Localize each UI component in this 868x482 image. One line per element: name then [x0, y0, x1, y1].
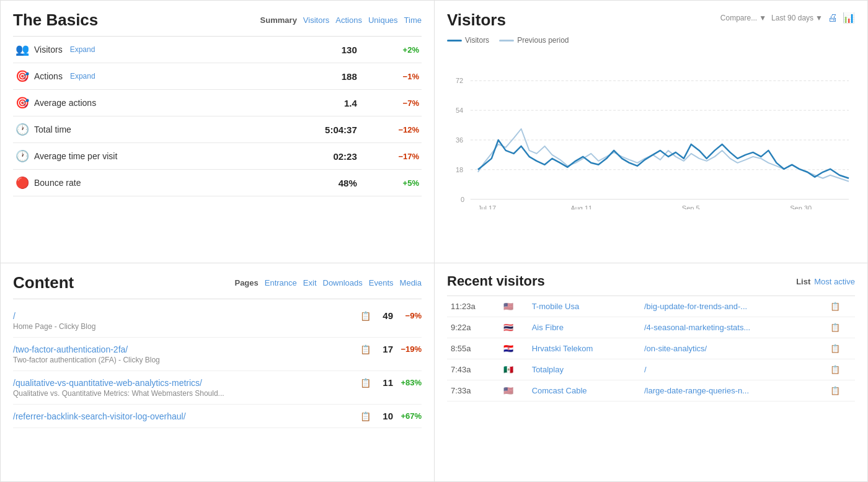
- tab-time[interactable]: Time: [404, 15, 422, 25]
- metric-label-cell: 🎯 Actions Expand: [13, 63, 270, 89]
- tab-exit[interactable]: Exit: [303, 278, 317, 287]
- content-header: Content Pages Entrance Exit Downloads Ev…: [13, 273, 422, 292]
- visitor-name-link[interactable]: Totalplay: [532, 365, 564, 374]
- content-right: 📋 17 −19%: [360, 344, 422, 354]
- visitor-time: 8:55a: [447, 338, 500, 359]
- external-link-icon[interactable]: 📋: [830, 302, 840, 311]
- svg-text:Sep 5: Sep 5: [682, 204, 700, 209]
- external-link-icon[interactable]: 📋: [830, 323, 840, 332]
- metric-value-cell: 48%: [270, 170, 360, 196]
- content-tabs: Pages Entrance Exit Downloads Events Med…: [234, 278, 422, 287]
- visitor-page-link[interactable]: /large-date-range-queries-n...: [644, 386, 749, 395]
- visitor-ext-cell: 📋: [826, 359, 855, 380]
- metric-label-cell: 🔴 Bounce rate: [13, 170, 270, 196]
- visitor-page-link[interactable]: /: [644, 365, 647, 374]
- legend-line-secondary: [499, 40, 514, 42]
- visitor-name-link[interactable]: Hrvatski Telekom: [532, 344, 593, 353]
- visitor-page-link[interactable]: /big-update-for-trends-and-...: [644, 302, 747, 311]
- external-link-icon[interactable]: 📋: [830, 365, 840, 374]
- compare-dropdown[interactable]: Compare... ▼: [720, 14, 766, 22]
- expand-link[interactable]: Expand: [70, 72, 95, 81]
- visitor-name-cell: Ais Fibre: [528, 317, 640, 338]
- tab-entrance[interactable]: Entrance: [265, 278, 297, 287]
- expand-link[interactable]: Expand: [70, 45, 95, 54]
- content-change: +67%: [397, 411, 422, 421]
- svg-text:Aug 11: Aug 11: [570, 204, 592, 209]
- metric-row: 🎯 Average actions 1.4 −7%: [13, 90, 422, 116]
- visitor-flag: 🇹🇭: [500, 317, 528, 338]
- svg-text:54: 54: [456, 107, 463, 114]
- content-panel: Content Pages Entrance Exit Downloads Ev…: [0, 263, 434, 482]
- basics-title: The Basics: [13, 11, 98, 30]
- visitor-page-cell: /4-seasonal-marketing-stats...: [640, 317, 826, 338]
- metric-change-cell: −17%: [360, 143, 422, 170]
- tab-media[interactable]: Media: [400, 278, 422, 287]
- metric-value-cell: 02:23: [270, 143, 360, 170]
- tab-actions[interactable]: Actions: [335, 15, 362, 25]
- metric-row: 🔴 Bounce rate 48% +5%: [13, 170, 422, 196]
- content-title: Content: [13, 273, 74, 292]
- visitor-name-link[interactable]: Ais Fibre: [532, 323, 564, 332]
- svg-text:72: 72: [456, 77, 463, 84]
- svg-text:36: 36: [456, 136, 463, 144]
- visitor-page-link[interactable]: /4-seasonal-marketing-stats...: [644, 323, 750, 332]
- metric-label-cell: 🕐 Total time: [13, 116, 270, 142]
- tab-summary[interactable]: Summary: [260, 15, 297, 25]
- content-list: / 📋 49 −9% Home Page - Clicky Blog /two-…: [13, 304, 422, 428]
- metric-label-cell: 🎯 Average actions: [13, 90, 270, 116]
- tab-most-active[interactable]: Most active: [814, 277, 855, 286]
- page-icon: 📋: [360, 378, 371, 388]
- content-item-row: /two-factor-authentication-2fa/ 📋 17 −19…: [13, 344, 422, 354]
- visitor-name-link[interactable]: T-mobile Usa: [532, 302, 580, 311]
- visitors-panel: Visitors Compare... ▼ Last 90 days ▼ 🖨 📊…: [434, 0, 868, 263]
- chart-type-icon[interactable]: 📊: [843, 12, 855, 24]
- visitor-ext-cell: 📋: [826, 296, 855, 317]
- range-dropdown[interactable]: Last 90 days ▼: [771, 14, 823, 22]
- content-url[interactable]: /two-factor-authentication-2fa/: [13, 344, 128, 354]
- chart-controls: Compare... ▼ Last 90 days ▼ 🖨 📊: [720, 12, 855, 24]
- metric-label-cell: 👥 Visitors Expand: [13, 37, 270, 63]
- visitor-page-cell: /: [640, 359, 826, 380]
- tab-pages[interactable]: Pages: [234, 278, 258, 287]
- external-link-icon[interactable]: 📋: [830, 344, 840, 353]
- export-icon[interactable]: 🖨: [828, 12, 838, 24]
- external-link-icon[interactable]: 📋: [830, 386, 840, 395]
- tab-list[interactable]: List: [796, 277, 810, 286]
- visitor-page-link[interactable]: /on-site-analytics/: [644, 344, 707, 353]
- tab-visitors[interactable]: Visitors: [303, 15, 329, 25]
- content-right: 📋 10 +67%: [360, 411, 422, 421]
- visitor-name-link[interactable]: Comcast Cable: [532, 386, 587, 395]
- visitor-ext-cell: 📋: [826, 317, 855, 338]
- metric-change-cell: +5%: [360, 170, 422, 196]
- visitor-time: 9:22a: [447, 317, 500, 338]
- metric-change-cell: −7%: [360, 90, 422, 116]
- visitors-title: Visitors: [447, 11, 506, 30]
- metric-icon: 🕐: [16, 123, 29, 136]
- basics-tabs: Summary Visitors Actions Uniques Time: [260, 15, 422, 25]
- table-row: 7:43a 🇲🇽 Totalplay / 📋: [447, 359, 855, 380]
- metric-value-cell: 5:04:37: [270, 116, 360, 143]
- list-item: /qualitative-vs-quantitative-web-analyti…: [13, 371, 422, 405]
- visitors-svg: 0 18 36 54 72 Jul 17 Aug 11 Sep 5 Sep 30: [447, 48, 855, 209]
- tab-downloads[interactable]: Downloads: [323, 278, 363, 287]
- content-subtitle: Home Page - Clicky Blog: [13, 322, 422, 331]
- visitor-flag: 🇺🇸: [500, 380, 528, 401]
- recent-header: Recent visitors List Most active: [447, 273, 855, 289]
- list-item: /referrer-backlink-search-visitor-log-ov…: [13, 405, 422, 428]
- content-url[interactable]: /referrer-backlink-search-visitor-log-ov…: [13, 411, 186, 421]
- metric-name: Total time: [34, 125, 71, 134]
- visitor-page-cell: /big-update-for-trends-and-...: [640, 296, 826, 317]
- basics-panel: The Basics Summary Visitors Actions Uniq…: [0, 0, 434, 263]
- visitor-ext-cell: 📋: [826, 338, 855, 359]
- metric-label-cell: 🕐 Average time per visit: [13, 143, 270, 169]
- tab-events[interactable]: Events: [369, 278, 394, 287]
- visitor-flag: 🇺🇸: [500, 296, 528, 317]
- content-url[interactable]: /: [13, 311, 16, 321]
- visitor-ext-cell: 📋: [826, 380, 855, 401]
- tab-uniques[interactable]: Uniques: [368, 15, 398, 25]
- content-url[interactable]: /qualitative-vs-quantitative-web-analyti…: [13, 378, 202, 388]
- metric-name: Visitors: [34, 45, 63, 55]
- metric-row: 👥 Visitors Expand 130 +2%: [13, 37, 422, 63]
- table-row: 11:23a 🇺🇸 T-mobile Usa /big-update-for-t…: [447, 296, 855, 317]
- visitor-time: 7:43a: [447, 359, 500, 380]
